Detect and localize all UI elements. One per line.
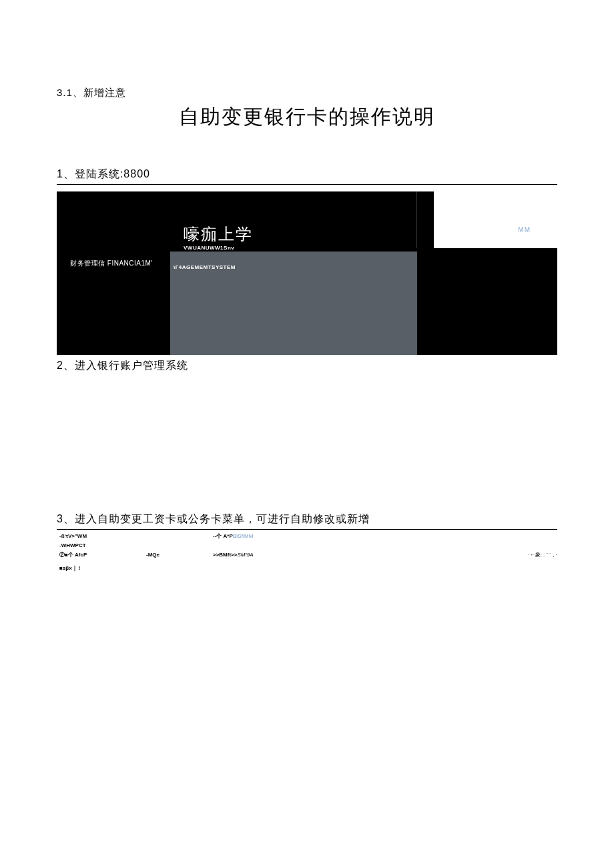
footer-text-fragment: >>BMft>> — [213, 552, 237, 558]
step-1-screenshot: MM 嚎痂上学 VWUANUWW1Snv 财务管理信 FINANCIA1M' \… — [57, 191, 557, 355]
mm-label: MM — [518, 226, 531, 234]
footer-cell: -WHWPCT — [59, 542, 146, 550]
footer-cell: --个 A*PBISfIMM — [213, 532, 491, 541]
footer-text-fragment: --个 A*P — [213, 533, 233, 539]
footer-cell: ②■个 AfcP — [59, 551, 146, 560]
financial-label: 财务管理信 FINANCIA1M' — [57, 255, 170, 272]
footer-row-3: ②■个 AfcP -MQe >>BMft>>SM!9A ·←象: . ¨ ¨ ,… — [57, 551, 557, 560]
step-2-heading: 2、进入银行账户管理系统 — [57, 359, 557, 376]
footer-cell: >>BMft>>SM!9A — [213, 551, 491, 560]
screenshot-subtitle: VWUANUWW1Snv — [184, 245, 234, 251]
footer-row-4: ■sβx｜ ! — [57, 564, 557, 573]
vertical-divider — [416, 191, 417, 248]
step-2-screenshot-placeholder — [57, 382, 557, 512]
step-1-heading: 1、登陆系统:8800 — [57, 167, 557, 185]
footer-cell: ·←象: . ¨ ¨ , · — [491, 551, 557, 560]
footer-text-fragment: SM!9A — [237, 552, 253, 558]
footer-cell: ■sβx｜ ! — [59, 564, 146, 573]
footer-row-2: -WHWPCT — [57, 542, 557, 550]
footer-row-1: -ß'τV>"WM --个 A*PBISfIMM — [57, 532, 557, 541]
footer-cell: -ß'τV>"WM — [59, 532, 146, 541]
screenshot-cutout — [434, 191, 557, 248]
screenshot-title: 嚎痂上学 — [184, 224, 253, 245]
step-3-heading: 3、进入自助变更工资卡或公务卡菜单，可进行自助修改或新增 — [57, 512, 557, 530]
management-system-label: \Г4AGEMEMTSYSTEM — [174, 264, 236, 270]
footer-cell: -MQe — [146, 551, 213, 560]
step-3-content: -ß'τV>"WM --个 A*PBISfIMM -WHWPCT ②■个 Afc… — [57, 531, 557, 575]
gray-panel: \Г4AGEMEMTSYSTEM — [170, 251, 417, 355]
main-title: 自助变更银行卡的操作说明 — [57, 103, 557, 131]
section-note-heading: 3.1、新增注意 — [57, 87, 557, 99]
footer-link-fragment: BISfIMM — [233, 533, 254, 539]
